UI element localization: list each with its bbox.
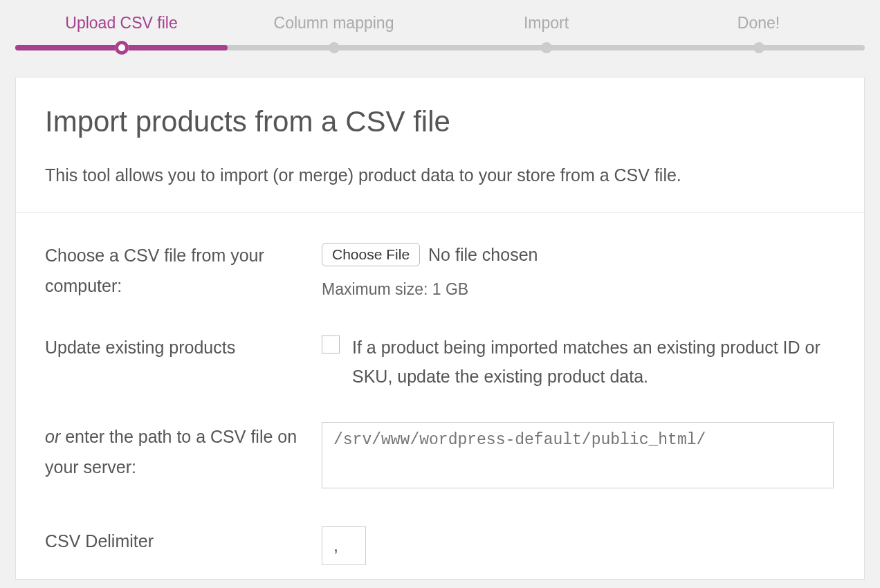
delimiter-label: CSV Delimiter	[45, 526, 322, 565]
update-existing-checkbox[interactable]	[322, 336, 340, 353]
panel-header: Import products from a CSV file This too…	[16, 77, 864, 213]
choose-file-button[interactable]: Choose File	[322, 243, 420, 266]
stepper-track	[15, 45, 865, 50]
server-path-label: or enter the path to a CSV file on your …	[45, 422, 322, 496]
step-dot-upload	[115, 41, 129, 55]
import-stepper: Upload CSV file Column mapping Import Do…	[0, 0, 880, 50]
import-form: Choose a CSV file from your computer: Ch…	[16, 213, 864, 579]
step-upload[interactable]: Upload CSV file	[15, 14, 228, 33]
row-server-path: or enter the path to a CSV file on your …	[45, 422, 835, 496]
server-path-input[interactable]	[322, 422, 834, 488]
or-text: or	[45, 427, 60, 446]
update-existing-description: If a product being imported matches an e…	[352, 333, 835, 392]
delimiter-field	[322, 526, 835, 565]
update-existing-field: If a product being imported matches an e…	[322, 333, 835, 392]
step-dot-mapping	[329, 42, 340, 53]
file-picker-line: Choose File No file chosen	[322, 241, 835, 268]
panel-title: Import products from a CSV file	[45, 105, 835, 138]
update-existing-label: Update existing products	[45, 333, 322, 392]
step-dot-done	[753, 42, 764, 53]
stepper-labels: Upload CSV file Column mapping Import Do…	[15, 14, 865, 45]
update-checkbox-row: If a product being imported matches an e…	[322, 333, 835, 392]
choose-file-label: Choose a CSV file from your computer:	[45, 241, 322, 302]
panel-description: This tool allows you to import (or merge…	[45, 163, 835, 187]
step-dot-import	[541, 42, 552, 53]
step-done[interactable]: Done!	[652, 14, 865, 33]
delimiter-input[interactable]	[322, 526, 366, 565]
row-choose-file: Choose a CSV file from your computer: Ch…	[45, 241, 835, 302]
step-mapping[interactable]: Column mapping	[228, 14, 440, 33]
import-panel: Import products from a CSV file This too…	[15, 77, 865, 580]
file-status-text: No file chosen	[428, 241, 538, 268]
server-path-label-rest: enter the path to a CSV file on your ser…	[45, 427, 297, 477]
row-delimiter: CSV Delimiter	[45, 526, 835, 565]
server-path-field	[322, 422, 835, 496]
row-update-existing: Update existing products If a product be…	[45, 333, 835, 392]
step-import[interactable]: Import	[440, 14, 652, 33]
choose-file-field: Choose File No file chosen Maximum size:…	[322, 241, 835, 302]
max-size-hint: Maximum size: 1 GB	[322, 277, 835, 302]
